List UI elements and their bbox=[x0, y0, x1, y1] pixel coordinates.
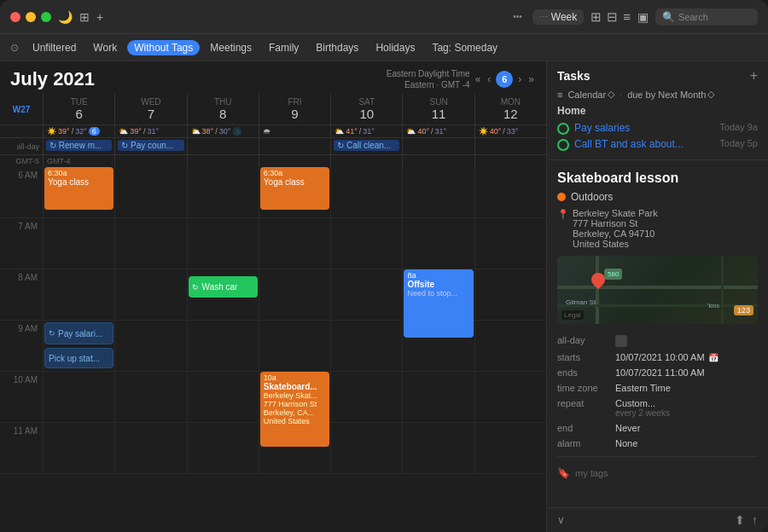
time-cell-thu-11[interactable] bbox=[187, 423, 259, 473]
time-cell-sun-10[interactable] bbox=[402, 372, 474, 422]
time-cell-tue-7[interactable] bbox=[43, 218, 114, 269]
time-cell-thu-9[interactable] bbox=[187, 321, 259, 371]
tags-label: my tags bbox=[575, 468, 608, 478]
filter-meetings[interactable]: Meetings bbox=[203, 40, 259, 55]
task-call-bt[interactable]: Call BT and ask about... Today 5p bbox=[557, 136, 758, 153]
location-line1: Berkeley Skate Park bbox=[573, 208, 658, 218]
map-badge-580: 580 bbox=[604, 269, 622, 280]
filter-without-tags[interactable]: Without Tags bbox=[127, 40, 200, 55]
detail-starts: starts 10/07/2021 10:00 AM 📅 bbox=[557, 350, 758, 365]
filter-holidays[interactable]: Holidays bbox=[369, 40, 422, 55]
filter-family[interactable]: Family bbox=[262, 40, 305, 55]
filter-work[interactable]: Work bbox=[86, 40, 124, 55]
allday-event-call[interactable]: ↻ Call clean... bbox=[334, 140, 399, 151]
export-icon[interactable]: ↑ bbox=[752, 513, 758, 527]
time-cell-tue-6[interactable]: 6:30a Yoga class bbox=[43, 167, 114, 217]
task-time-bt: Today 5p bbox=[719, 138, 758, 148]
day-header-sat: SAT 10 bbox=[330, 94, 402, 124]
event-offsite[interactable]: 8a Offsite Need to stop... bbox=[404, 269, 473, 338]
event-pay-salaries[interactable]: ↻ Pay salari... bbox=[44, 322, 113, 344]
time-cell-sun-6[interactable] bbox=[402, 167, 474, 217]
filter-birthdays[interactable]: Birthdays bbox=[309, 40, 365, 55]
time-cell-wed-7[interactable] bbox=[114, 218, 186, 269]
time-cell-mon-11[interactable] bbox=[474, 423, 546, 473]
time-cell-wed-8[interactable] bbox=[114, 269, 186, 320]
task-pay-salaries[interactable]: Pay salaries Today 9a bbox=[557, 120, 758, 136]
maximize-button[interactable] bbox=[41, 12, 51, 22]
nav-back[interactable]: ‹ bbox=[486, 73, 492, 85]
time-cell-fri-9[interactable] bbox=[259, 321, 330, 371]
apps-icon[interactable]: ⊟ bbox=[607, 9, 618, 25]
grid-icon[interactable]: ⊞ bbox=[591, 9, 602, 25]
time-cell-mon-9[interactable] bbox=[474, 321, 546, 371]
time-cell-wed-11[interactable] bbox=[114, 423, 186, 473]
event-skateboard[interactable]: 10a Skateboard... Berkeley Skat... 777 H… bbox=[260, 372, 329, 447]
tags-row[interactable]: 🔖 my tags bbox=[557, 462, 758, 484]
week-view-selector[interactable]: ⋯ Week bbox=[532, 9, 584, 25]
nav-back-back[interactable]: « bbox=[474, 73, 483, 85]
time-cell-sat-10[interactable] bbox=[330, 372, 402, 422]
time-cell-sun-8[interactable]: 8a Offsite Need to stop... bbox=[402, 269, 474, 320]
day-headers: W27 TUE 6 WED 7 THU 8 FRI 9 SAT 10 bbox=[0, 94, 546, 125]
tasks-filter-due[interactable]: due by Next Month ◇ bbox=[627, 89, 714, 100]
time-cell-thu-6[interactable] bbox=[187, 167, 259, 217]
time-cell-sat-6[interactable] bbox=[330, 167, 402, 217]
allday-event-renew[interactable]: ↻ Renew m... bbox=[46, 140, 112, 151]
time-cell-fri-7[interactable] bbox=[259, 218, 330, 269]
time-cell-tue-11[interactable] bbox=[43, 423, 114, 473]
event-yoga-fri[interactable]: 6:30a Yoga class bbox=[260, 167, 329, 210]
share-icon[interactable]: ⬆ bbox=[735, 513, 745, 527]
add-icon[interactable]: + bbox=[96, 10, 103, 24]
filter-tag-someday[interactable]: Tag: Someday bbox=[425, 40, 504, 55]
timezone-value: Eastern Time bbox=[615, 383, 671, 393]
gmt-cell-7 bbox=[474, 155, 546, 167]
time-cell-mon-7[interactable] bbox=[474, 218, 546, 269]
tasks-filter-calendar[interactable]: Calendar ◇ bbox=[567, 89, 614, 100]
map-thumbnail[interactable]: 580 Gilman St 'kins 123 Legal bbox=[557, 256, 758, 324]
time-cell-sat-11[interactable] bbox=[330, 423, 402, 473]
time-cell-sat-9[interactable] bbox=[330, 321, 402, 371]
time-cell-mon-8[interactable] bbox=[474, 269, 546, 320]
weather-wed: ⛅ 39°/31° bbox=[114, 125, 186, 137]
time-cell-wed-10[interactable] bbox=[114, 372, 186, 422]
task-time-pay: Today 9a bbox=[719, 122, 758, 132]
time-cell-fri-8[interactable] bbox=[259, 269, 330, 320]
time-cell-sat-7[interactable] bbox=[330, 218, 402, 269]
time-cell-wed-6[interactable] bbox=[114, 167, 186, 217]
time-cell-tue-10[interactable] bbox=[43, 372, 114, 422]
allday-event-pay[interactable]: ↻ Pay coun... bbox=[118, 140, 183, 151]
close-button[interactable] bbox=[10, 12, 20, 22]
sidebar-icon[interactable]: ▣ bbox=[637, 10, 649, 24]
time-cell-thu-10[interactable] bbox=[187, 372, 259, 422]
time-cell-sat-8[interactable] bbox=[330, 269, 402, 320]
time-cell-fri-6[interactable]: 6:30a Yoga class bbox=[259, 167, 330, 217]
time-cell-tue-8[interactable] bbox=[43, 269, 114, 320]
chevron-down-icon[interactable]: ∨ bbox=[557, 514, 565, 526]
event-wash-car[interactable]: ↻ Wash car bbox=[189, 276, 258, 298]
today-button[interactable]: 6 bbox=[496, 71, 513, 88]
moon-icon: 🌙 bbox=[58, 10, 73, 24]
event-pickup-stat[interactable]: Pick up stat... bbox=[44, 348, 113, 368]
time-cell-sun-11[interactable] bbox=[402, 423, 474, 473]
nav-forward-forward[interactable]: » bbox=[527, 73, 536, 85]
tasks-add-button[interactable]: + bbox=[750, 68, 758, 84]
allday-mon bbox=[474, 138, 546, 154]
time-cell-thu-7[interactable] bbox=[187, 218, 259, 269]
time-cell-sun-7[interactable] bbox=[402, 218, 474, 269]
time-cell-wed-9[interactable] bbox=[114, 321, 186, 371]
time-cell-tue-9[interactable]: ↻ Pay salari... Pick up stat... bbox=[43, 321, 114, 371]
time-cell-fri-10[interactable]: 10a Skateboard... Berkeley Skat... 777 H… bbox=[259, 372, 330, 422]
time-cell-mon-6[interactable] bbox=[474, 167, 546, 217]
minimize-button[interactable] bbox=[26, 12, 36, 22]
search-box[interactable]: 🔍 Search bbox=[655, 9, 758, 26]
time-cell-mon-10[interactable] bbox=[474, 372, 546, 422]
filter-unfiltered[interactable]: Unfiltered bbox=[26, 40, 83, 55]
time-row-7am: 7 AM bbox=[0, 218, 546, 269]
list-icon[interactable]: ≡ bbox=[623, 9, 631, 25]
nav-forward[interactable]: › bbox=[516, 73, 523, 85]
allday-checkbox[interactable] bbox=[615, 335, 627, 347]
calendar-icon[interactable]: 📅 bbox=[708, 353, 719, 362]
window-icon[interactable]: ⊞ bbox=[79, 10, 90, 24]
time-cell-thu-8[interactable]: ↻ Wash car bbox=[187, 269, 259, 320]
event-yoga-tue[interactable]: 6:30a Yoga class bbox=[44, 167, 113, 210]
